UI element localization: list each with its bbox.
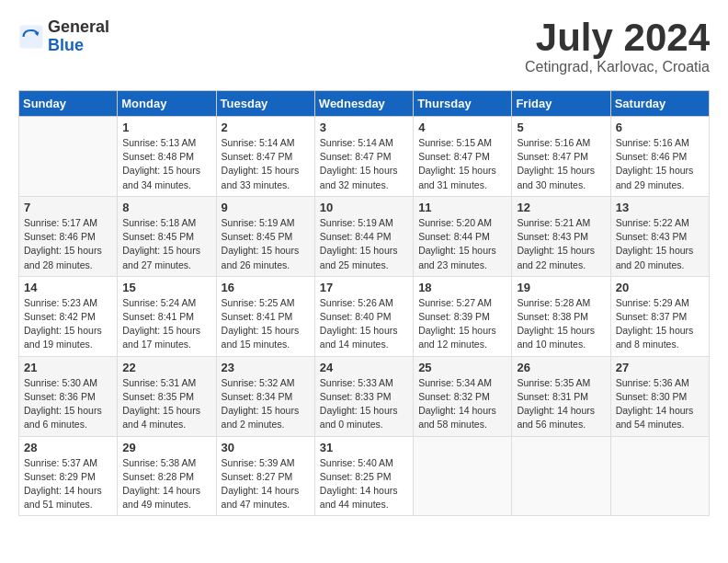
day-info: Sunrise: 5:28 AM Sunset: 8:38 PM Dayligh…	[517, 296, 605, 352]
day-number: 16	[222, 281, 310, 294]
day-info: Sunrise: 5:30 AM Sunset: 8:36 PM Dayligh…	[24, 376, 112, 432]
day-info: Sunrise: 5:16 AM Sunset: 8:46 PM Dayligh…	[616, 136, 704, 192]
calendar-cell: 10Sunrise: 5:19 AM Sunset: 8:44 PM Dayli…	[314, 196, 413, 276]
day-info: Sunrise: 5:32 AM Sunset: 8:34 PM Dayligh…	[222, 376, 310, 432]
calendar-cell: 23Sunrise: 5:32 AM Sunset: 8:34 PM Dayli…	[216, 356, 314, 436]
day-number: 13	[616, 201, 704, 214]
calendar-cell: 6Sunrise: 5:16 AM Sunset: 8:46 PM Daylig…	[610, 117, 709, 197]
calendar-cell	[512, 436, 610, 516]
day-info: Sunrise: 5:37 AM Sunset: 8:29 PM Dayligh…	[24, 456, 112, 512]
day-header-tuesday: Tuesday	[216, 91, 314, 117]
day-number: 17	[320, 281, 408, 294]
calendar-cell: 8Sunrise: 5:18 AM Sunset: 8:45 PM Daylig…	[118, 196, 216, 276]
day-info: Sunrise: 5:14 AM Sunset: 8:47 PM Dayligh…	[222, 136, 310, 192]
day-info: Sunrise: 5:24 AM Sunset: 8:41 PM Dayligh…	[122, 296, 210, 352]
day-info: Sunrise: 5:23 AM Sunset: 8:42 PM Dayligh…	[24, 296, 112, 352]
calendar-cell: 25Sunrise: 5:34 AM Sunset: 8:32 PM Dayli…	[414, 356, 512, 436]
day-number: 20	[616, 281, 704, 294]
calendar-cell: 5Sunrise: 5:16 AM Sunset: 8:47 PM Daylig…	[512, 117, 610, 197]
day-header-monday: Monday	[118, 91, 216, 117]
day-number: 27	[616, 361, 704, 374]
day-info: Sunrise: 5:33 AM Sunset: 8:33 PM Dayligh…	[320, 376, 408, 432]
calendar-cell: 26Sunrise: 5:35 AM Sunset: 8:31 PM Dayli…	[512, 356, 610, 436]
calendar-cell: 12Sunrise: 5:21 AM Sunset: 8:43 PM Dayli…	[512, 196, 610, 276]
day-header-sunday: Sunday	[19, 91, 118, 117]
calendar-cell	[19, 117, 118, 197]
day-number: 11	[418, 201, 506, 214]
calendar-cell: 17Sunrise: 5:26 AM Sunset: 8:40 PM Dayli…	[314, 276, 413, 356]
day-number: 8	[122, 201, 210, 214]
day-number: 30	[222, 441, 310, 454]
day-info: Sunrise: 5:14 AM Sunset: 8:47 PM Dayligh…	[320, 136, 408, 192]
day-number: 9	[222, 201, 310, 214]
day-info: Sunrise: 5:22 AM Sunset: 8:43 PM Dayligh…	[616, 216, 704, 272]
calendar-cell: 7Sunrise: 5:17 AM Sunset: 8:46 PM Daylig…	[19, 196, 118, 276]
day-number: 31	[320, 441, 408, 454]
day-number: 4	[418, 121, 506, 134]
location: Cetingrad, Karlovac, Croatia	[525, 59, 710, 75]
day-info: Sunrise: 5:15 AM Sunset: 8:47 PM Dayligh…	[418, 136, 506, 192]
day-info: Sunrise: 5:38 AM Sunset: 8:28 PM Dayligh…	[122, 456, 210, 512]
calendar-cell: 2Sunrise: 5:14 AM Sunset: 8:47 PM Daylig…	[216, 117, 314, 197]
day-number: 28	[24, 441, 112, 454]
calendar-week-4: 21Sunrise: 5:30 AM Sunset: 8:36 PM Dayli…	[19, 356, 710, 436]
day-number: 14	[24, 281, 112, 294]
day-number: 7	[24, 201, 112, 214]
calendar-header-row: SundayMondayTuesdayWednesdayThursdayFrid…	[19, 91, 710, 117]
day-info: Sunrise: 5:36 AM Sunset: 8:30 PM Dayligh…	[616, 376, 704, 432]
day-info: Sunrise: 5:19 AM Sunset: 8:44 PM Dayligh…	[320, 216, 408, 272]
day-info: Sunrise: 5:18 AM Sunset: 8:45 PM Dayligh…	[122, 216, 210, 272]
day-number: 18	[418, 281, 506, 294]
day-number: 22	[122, 361, 210, 374]
logo-text: General Blue	[48, 18, 109, 55]
calendar-cell: 22Sunrise: 5:31 AM Sunset: 8:35 PM Dayli…	[118, 356, 216, 436]
day-number: 12	[517, 201, 605, 214]
calendar-cell: 20Sunrise: 5:29 AM Sunset: 8:37 PM Dayli…	[610, 276, 709, 356]
day-number: 3	[320, 121, 408, 134]
day-number: 24	[320, 361, 408, 374]
day-info: Sunrise: 5:25 AM Sunset: 8:41 PM Dayligh…	[222, 296, 310, 352]
day-header-thursday: Thursday	[414, 91, 512, 117]
day-header-wednesday: Wednesday	[314, 91, 413, 117]
calendar-cell: 1Sunrise: 5:13 AM Sunset: 8:48 PM Daylig…	[118, 117, 216, 197]
day-info: Sunrise: 5:17 AM Sunset: 8:46 PM Dayligh…	[24, 216, 112, 272]
calendar-cell: 13Sunrise: 5:22 AM Sunset: 8:43 PM Dayli…	[610, 196, 709, 276]
calendar-cell: 4Sunrise: 5:15 AM Sunset: 8:47 PM Daylig…	[414, 117, 512, 197]
day-number: 10	[320, 201, 408, 214]
day-info: Sunrise: 5:35 AM Sunset: 8:31 PM Dayligh…	[517, 376, 605, 432]
logo-general: General	[48, 18, 109, 37]
day-info: Sunrise: 5:40 AM Sunset: 8:25 PM Dayligh…	[320, 456, 408, 512]
calendar-cell: 18Sunrise: 5:27 AM Sunset: 8:39 PM Dayli…	[414, 276, 512, 356]
calendar-cell: 27Sunrise: 5:36 AM Sunset: 8:30 PM Dayli…	[610, 356, 709, 436]
day-info: Sunrise: 5:13 AM Sunset: 8:48 PM Dayligh…	[122, 136, 210, 192]
day-info: Sunrise: 5:29 AM Sunset: 8:37 PM Dayligh…	[616, 296, 704, 352]
day-info: Sunrise: 5:19 AM Sunset: 8:45 PM Dayligh…	[222, 216, 310, 272]
calendar-cell: 24Sunrise: 5:33 AM Sunset: 8:33 PM Dayli…	[314, 356, 413, 436]
day-number: 29	[122, 441, 210, 454]
calendar-cell: 14Sunrise: 5:23 AM Sunset: 8:42 PM Dayli…	[19, 276, 118, 356]
logo-blue: Blue	[48, 37, 109, 55]
day-number: 5	[517, 121, 605, 134]
day-info: Sunrise: 5:39 AM Sunset: 8:27 PM Dayligh…	[222, 456, 310, 512]
day-number: 15	[122, 281, 210, 294]
calendar-cell: 15Sunrise: 5:24 AM Sunset: 8:41 PM Dayli…	[118, 276, 216, 356]
calendar-cell	[610, 436, 709, 516]
day-header-friday: Friday	[512, 91, 610, 117]
day-number: 21	[24, 361, 112, 374]
day-info: Sunrise: 5:31 AM Sunset: 8:35 PM Dayligh…	[122, 376, 210, 432]
day-number: 23	[222, 361, 310, 374]
calendar-cell: 11Sunrise: 5:20 AM Sunset: 8:44 PM Dayli…	[414, 196, 512, 276]
day-info: Sunrise: 5:16 AM Sunset: 8:47 PM Dayligh…	[517, 136, 605, 192]
day-header-saturday: Saturday	[610, 91, 709, 117]
calendar-week-1: 1Sunrise: 5:13 AM Sunset: 8:48 PM Daylig…	[19, 117, 710, 197]
calendar-cell: 29Sunrise: 5:38 AM Sunset: 8:28 PM Dayli…	[118, 436, 216, 516]
calendar-week-3: 14Sunrise: 5:23 AM Sunset: 8:42 PM Dayli…	[19, 276, 710, 356]
logo: General Blue	[18, 18, 109, 55]
day-number: 6	[616, 121, 704, 134]
calendar-week-5: 28Sunrise: 5:37 AM Sunset: 8:29 PM Dayli…	[19, 436, 710, 516]
day-info: Sunrise: 5:21 AM Sunset: 8:43 PM Dayligh…	[517, 216, 605, 272]
calendar-week-2: 7Sunrise: 5:17 AM Sunset: 8:46 PM Daylig…	[19, 196, 710, 276]
day-info: Sunrise: 5:20 AM Sunset: 8:44 PM Dayligh…	[418, 216, 506, 272]
calendar-cell	[414, 436, 512, 516]
day-number: 25	[418, 361, 506, 374]
